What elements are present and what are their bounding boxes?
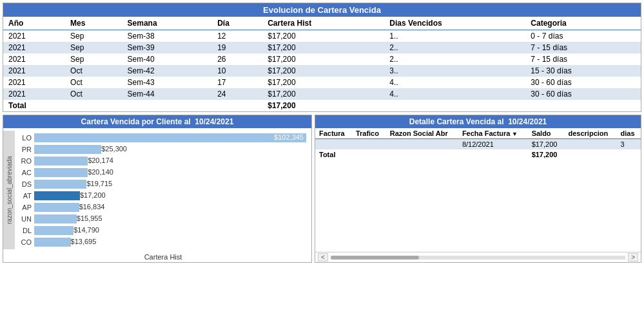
bar-fill: $25,300 (34, 145, 101, 154)
detail-scroll-wrapper[interactable]: Factura Trafico Razon Social Abr Fecha F… (315, 128, 641, 252)
cell-dias: 2.. (384, 53, 525, 65)
bar-fill: $20,174 (34, 156, 88, 166)
detail-cell-dias: 3 (617, 139, 641, 150)
left-title: Cartera Vencida por Cliente al 10/24/202… (3, 115, 311, 128)
cell-dia: 17 (212, 77, 262, 88)
bar-label: UN (17, 215, 32, 223)
cell-semana: Sem-42 (122, 65, 213, 77)
main-table: Año Mes Semana Día Cartera Hist Dias Ven… (3, 17, 641, 111)
scroll-x-bar: < > (315, 252, 641, 262)
bar-label: CO (17, 238, 32, 246)
chart-inner: LO$102,345PR$25,300RO$20,174AC$20,140DS$… (15, 131, 311, 249)
col-semana: Semana (122, 17, 213, 30)
cell-year: 2021 (3, 77, 65, 88)
detail-total-label: Total (315, 149, 458, 160)
cell-dia: 19 (212, 42, 262, 53)
right-title: Detalle Cartera Vencida al 10/24/2021 (315, 115, 641, 128)
col-dia: Día (212, 17, 262, 30)
cell-dias: 4.. (384, 88, 525, 100)
col-categoria: Categoria (525, 17, 641, 30)
bar-value: $17,200 (80, 191, 119, 199)
top-title: Evolucion de Cartera Vencida (3, 3, 641, 17)
detail-col-factura: Factura (315, 128, 352, 139)
scroll-track (331, 256, 625, 260)
bar-fill: $19,715 (34, 180, 86, 189)
total-dias (384, 100, 525, 111)
detail-cell-razon (386, 139, 458, 150)
bar-value: $16,834 (79, 203, 118, 211)
cell-categoria: 7 - 15 días (525, 53, 641, 65)
detail-cell-factura (315, 139, 352, 150)
bar-value: $19,715 (86, 180, 125, 187)
cell-mes: Sep (65, 42, 122, 53)
bar-row: AC$20,140 (17, 167, 306, 178)
bar-fill: $102,345 (34, 133, 306, 142)
bar-fill: $15,955 (34, 214, 77, 223)
scroll-thumb (331, 256, 419, 260)
col-mes: Mes (65, 17, 122, 30)
bar-track: $19,715 (34, 180, 306, 189)
detail-table: Factura Trafico Razon Social Abr Fecha F… (315, 128, 641, 160)
cell-mes: Oct (65, 88, 122, 100)
bar-fill: $16,834 (34, 203, 79, 212)
bar-track: $17,200 (34, 191, 306, 200)
bar-track: $13,695 (34, 238, 306, 247)
bar-value: $13,695 (71, 238, 110, 245)
bar-fill: $17,200 (34, 191, 80, 200)
cell-mes: Sep (65, 53, 122, 65)
cell-categoria: 15 - 30 días (525, 65, 641, 77)
bar-label: AT (17, 192, 32, 200)
cell-dia: 10 (212, 65, 262, 77)
cell-cartera: $17,200 (262, 77, 384, 88)
bar-value: $15,955 (77, 214, 115, 222)
bar-label: RO (17, 157, 32, 165)
bar-value: $25,300 (101, 145, 140, 153)
bar-track: $20,140 (34, 168, 306, 177)
cell-categoria: 30 - 60 días (525, 77, 641, 88)
bar-label: PR (17, 146, 32, 153)
cell-year: 2021 (3, 65, 65, 77)
detail-total-saldo: $17,200 (528, 149, 565, 160)
bar-track: $15,955 (34, 214, 306, 223)
bar-track: $20,174 (34, 156, 306, 166)
total-cartera: $17,200 (262, 100, 384, 111)
cell-mes: Oct (65, 77, 122, 88)
bar-value: $20,140 (88, 168, 126, 176)
bar-row: DL$14,790 (17, 225, 306, 236)
bar-track: $25,300 (34, 145, 306, 154)
bar-row: PR$25,300 (17, 144, 306, 155)
detail-col-saldo: Saldo (528, 128, 565, 139)
cell-year: 2021 (3, 30, 65, 43)
bar-row: CO$13,695 (17, 236, 306, 248)
cell-dia: 12 (212, 30, 262, 43)
bar-row: RO$20,174 (17, 155, 306, 167)
scroll-right-btn[interactable]: > (628, 253, 638, 261)
cell-dias: 3.. (384, 65, 525, 77)
bar-fill: $13,695 (34, 238, 71, 247)
detail-total-desc (565, 149, 617, 160)
cell-mes: Oct (65, 65, 122, 77)
detail-col-razon: Razon Social Abr (386, 128, 458, 139)
bar-track: $16,834 (34, 203, 306, 212)
cell-year: 2021 (3, 88, 65, 100)
col-dias: Dias Vencidos (384, 17, 525, 30)
detail-col-trafico: Trafico (352, 128, 386, 139)
bar-label: AP (17, 204, 32, 211)
bar-track: $102,345 (34, 133, 306, 142)
scroll-left-btn[interactable]: < (318, 253, 328, 261)
bar-value: $20,174 (88, 156, 126, 164)
total-cat (525, 100, 641, 111)
col-year: Año (3, 17, 65, 30)
bottom-left-panel: Cartera Vencida por Cliente al 10/24/202… (3, 115, 312, 263)
detail-cell-fecha: 8/12/2021 (458, 139, 528, 150)
cell-dias: 2.. (384, 42, 525, 53)
bar-label: DS (17, 180, 32, 188)
bar-fill: $20,140 (34, 168, 88, 177)
bottom-container: Cartera Vencida por Cliente al 10/24/202… (3, 115, 641, 263)
detail-col-fecha[interactable]: Fecha Factura (458, 128, 528, 139)
cell-semana: Sem-39 (122, 42, 213, 53)
bar-label: AC (17, 169, 32, 176)
bar-label: LO (17, 134, 32, 142)
bar-fill: $14,790 (34, 226, 73, 235)
cell-cartera: $17,200 (262, 30, 384, 43)
